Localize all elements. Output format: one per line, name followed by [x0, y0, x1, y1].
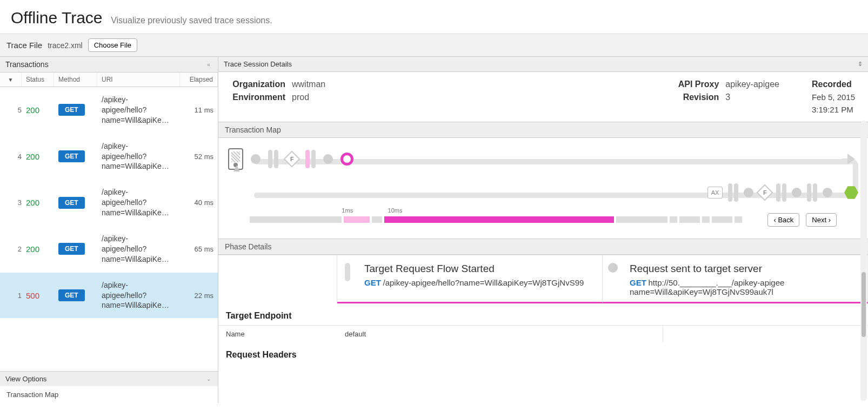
- flow-segment-icon[interactable]: [305, 150, 316, 168]
- scrollbar-thumb[interactable]: [862, 272, 866, 337]
- proxy-label: API Proxy: [665, 80, 719, 89]
- target-node-icon[interactable]: [844, 186, 858, 200]
- col-uri[interactable]: URI: [97, 72, 180, 87]
- flow-segment-icon[interactable]: [807, 183, 817, 202]
- tx-method: GET: [58, 243, 102, 255]
- transaction-row[interactable]: 1500GET/apikey- apigee/hello? name=Will&…: [0, 273, 218, 319]
- transactions-panel: Transactions « Status Method URI Elapsed…: [0, 57, 218, 403]
- phase-card[interactable]: Target Request Flow Started GET /apikey-…: [337, 255, 603, 303]
- col-elapsed[interactable]: Elapsed: [180, 72, 218, 87]
- flow-node[interactable]: [744, 188, 753, 197]
- phase-details-header: Phase Details: [218, 239, 868, 255]
- phase-dot-icon: [608, 263, 618, 273]
- condition-node-icon[interactable]: F: [283, 150, 300, 167]
- chevron-down-icon[interactable]: ⌄: [205, 375, 212, 383]
- tx-uri: /apikey- apigee/hello? name=Will&apiKe…: [102, 280, 176, 311]
- recorded-date: Feb 5, 2015: [812, 92, 855, 102]
- tx-elapsed: 22 ms: [176, 292, 213, 300]
- tx-method: GET: [58, 150, 102, 162]
- tx-elapsed: 52 ms: [176, 153, 213, 161]
- transactions-title: Transactions: [5, 60, 49, 69]
- col-status[interactable]: Status: [22, 72, 54, 87]
- trace-file-bar: Trace File trace2.xml Choose File: [0, 34, 868, 57]
- tx-status: 200: [26, 198, 58, 207]
- scrollbar[interactable]: [860, 121, 867, 401]
- next-button[interactable]: Next ›: [806, 213, 837, 227]
- details-panel: Trace Session Details ⇕ Organization wwi…: [218, 57, 868, 403]
- phase-url: /apikey-apigee/hello?name=Will&apiKey=Wj…: [383, 278, 584, 287]
- arrow-up-icon: ▲: [231, 162, 242, 174]
- tx-index: 5: [4, 106, 26, 114]
- tx-uri: /apikey- apigee/hello? name=Will&apiKe…: [102, 141, 176, 172]
- phase-method: GET: [364, 278, 381, 287]
- view-options-label: View Options: [5, 375, 46, 383]
- env-label: Environment: [231, 92, 285, 102]
- transaction-row[interactable]: 3200GET/apikey- apigee/hello? name=Will&…: [0, 180, 218, 226]
- tx-uri: /apikey- apigee/hello? name=Will&apiKe…: [102, 95, 176, 125]
- tx-uri: /apikey- apigee/hello? name=Will&apiKe…: [102, 234, 176, 264]
- flow-segment-icon[interactable]: [268, 150, 278, 168]
- recorded-time: 3:19:21 PM: [812, 105, 855, 114]
- col-method[interactable]: Method: [54, 72, 97, 87]
- page-title: Offline Trace: [11, 9, 103, 27]
- phase-method: GET: [630, 278, 646, 287]
- condition-node-icon[interactable]: F: [756, 184, 773, 201]
- tx-method: GET: [58, 197, 102, 209]
- phase-details-row: Target Request Flow Started GET /apikey-…: [218, 255, 868, 303]
- request-headers-title: Request Headers: [218, 342, 868, 364]
- phase-url: http://50.________.___/apikey-apigee nam…: [630, 278, 784, 296]
- transactions-table-header: Status Method URI Elapsed: [0, 72, 218, 87]
- choose-file-button[interactable]: Choose File: [88, 38, 137, 52]
- col-sort-icon[interactable]: [0, 72, 22, 87]
- flow-segment-icon[interactable]: [728, 183, 738, 202]
- details-title: Trace Session Details: [224, 60, 292, 68]
- transaction-row[interactable]: 5200GET/apikey- apigee/hello? name=Will&…: [0, 87, 218, 134]
- transactions-rows: 5200GET/apikey- apigee/hello? name=Will&…: [0, 87, 218, 371]
- tx-elapsed: 65 ms: [176, 245, 213, 253]
- target-endpoint-title: Target Endpoint: [218, 303, 868, 325]
- session-info: Organization wwitman Environment prod AP…: [218, 72, 868, 122]
- recorded-label: Recorded: [812, 80, 855, 89]
- tx-index: 3: [4, 199, 26, 207]
- expand-icon[interactable]: ⇕: [858, 61, 863, 68]
- tx-status: 200: [26, 244, 58, 254]
- tx-elapsed: 11 ms: [176, 106, 213, 114]
- trace-file-label: Trace File: [6, 41, 42, 50]
- view-options-header[interactable]: View Options ⌄: [0, 371, 218, 386]
- rev-value: 3: [725, 92, 730, 102]
- tx-method: GET: [58, 289, 102, 301]
- details-header: Trace Session Details ⇕: [218, 57, 868, 72]
- kv-row: Name default: [218, 325, 868, 342]
- timeline-label-2: 10ms: [388, 207, 403, 214]
- tx-method: GET: [58, 104, 102, 116]
- name-label: Name: [218, 326, 337, 342]
- transaction-row[interactable]: 4200GET/apikey- apigee/hello? name=Will&…: [0, 134, 218, 180]
- collapse-left-icon[interactable]: «: [205, 61, 212, 68]
- phase-card-title: Target Request Flow Started: [364, 263, 592, 275]
- proxy-value: apikey-apigee: [725, 80, 779, 89]
- phase-pill-icon: [345, 263, 350, 281]
- ax-node-icon[interactable]: AX: [707, 187, 723, 199]
- phase-card[interactable]: Request sent to target server GET http:/…: [603, 255, 868, 303]
- back-button[interactable]: ‹ Back: [767, 213, 799, 227]
- selected-node-icon[interactable]: [340, 153, 353, 166]
- name-value: default: [337, 326, 663, 342]
- transactions-panel-header: Transactions «: [0, 57, 218, 72]
- tx-elapsed: 40 ms: [176, 199, 213, 207]
- view-options-item[interactable]: Transaction Map: [0, 386, 218, 403]
- org-value: wwitman: [292, 80, 325, 89]
- flow-segment-icon[interactable]: [776, 183, 786, 202]
- tx-status: 200: [26, 105, 58, 115]
- flow-node[interactable]: [823, 188, 832, 197]
- flow-node[interactable]: [323, 154, 333, 164]
- transaction-row[interactable]: 2200GET/apikey- apigee/hello? name=Will&…: [0, 226, 218, 273]
- env-value: prod: [292, 92, 309, 102]
- trace-file-name: trace2.xml: [48, 41, 83, 50]
- tx-index: 2: [4, 245, 26, 253]
- transaction-map: F ▲ AX F: [218, 138, 868, 239]
- tx-status: 200: [26, 152, 58, 161]
- timeline-label-1: 1ms: [342, 207, 353, 214]
- flow-node[interactable]: [792, 188, 802, 197]
- flow-node[interactable]: [251, 154, 261, 164]
- tx-status: 500: [26, 291, 58, 300]
